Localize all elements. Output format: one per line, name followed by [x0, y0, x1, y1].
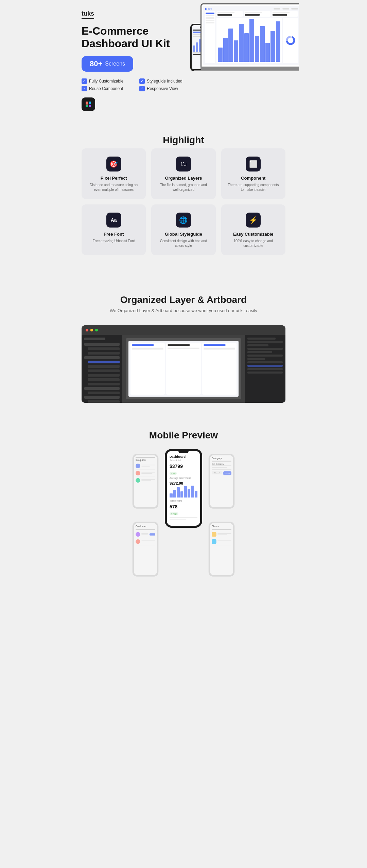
panel-item — [247, 361, 283, 363]
discard-button[interactable]: Discard — [212, 471, 222, 474]
svg-point-3 — [89, 105, 91, 107]
panel-item — [247, 365, 283, 367]
avg-order-label: Average order value — [170, 477, 197, 479]
feature-item: ✓ Responsive View — [139, 86, 190, 91]
feature-label: Responsive View — [147, 86, 178, 91]
free-font-icon: Aa — [106, 213, 121, 228]
side-row — [136, 531, 155, 538]
layer-sidebar-item — [84, 338, 105, 340]
hero-section: tuks E-Commerce Dashboard UI Kit 80+ Scr… — [68, 0, 299, 118]
layer-title: Organized Layer & Artboard — [82, 294, 285, 305]
highlight-card-desc: Consistent design with text and colors s… — [157, 239, 210, 248]
action-btn[interactable] — [150, 533, 155, 536]
highlight-title: Highlight — [82, 135, 285, 146]
divider — [170, 519, 186, 520]
category-title: Category — [212, 457, 231, 459]
check-icon: ✓ — [82, 78, 87, 84]
side-row — [136, 477, 155, 484]
badge-label: Screens — [105, 61, 125, 67]
layer-sidebar-item — [84, 387, 120, 390]
mobile-phones-row: Coupons — [75, 449, 292, 581]
feature-label: Reuse Component — [89, 86, 123, 91]
side-text — [141, 465, 155, 467]
sales-total-value: $3799 — [170, 464, 197, 469]
highlight-card-desc: Distance and measure using an even multi… — [87, 183, 140, 192]
layer-subtitle: We Organized Layer & Artboard because we… — [82, 308, 285, 313]
highlight-card-easy-customizable: ⚡ Easy Customizable 100% easy to change … — [221, 204, 285, 255]
feature-label: Styleguide Included — [147, 79, 182, 84]
action-buttons: Discard Save — [212, 471, 231, 475]
window-header — [82, 325, 285, 335]
highlight-card-name: Component — [241, 176, 265, 181]
total-orders-label: Total orders — [170, 500, 197, 502]
layer-sidebar-item — [88, 374, 120, 377]
panel-item — [247, 344, 268, 346]
check-icon: ✓ — [139, 78, 145, 84]
orders-badge: ↑ 7 apr — [170, 512, 178, 515]
layer-sidebar-item — [84, 356, 120, 359]
figma-icon — [82, 97, 95, 111]
highlights-row1: 🎯 Pixel Perfect Distance and measure usi… — [82, 148, 285, 199]
divider — [170, 517, 197, 518]
avatar-icon — [136, 471, 140, 475]
panel-item — [247, 368, 283, 370]
window-maximize-dot — [95, 329, 98, 331]
mobile-title: Mobile Preview — [75, 430, 292, 441]
mobile-preview-section: Mobile Preview Coupons — [68, 413, 299, 595]
customer-title: Customer — [136, 525, 155, 527]
highlight-card-desc: Free amazing Urbanist Font — [93, 239, 135, 243]
canvas-widget — [202, 343, 237, 395]
avatar-icon — [136, 478, 140, 483]
layer-screenshot — [82, 325, 285, 403]
avg-order-value: $272.98 — [170, 481, 197, 485]
pixel-perfect-icon: 🎯 — [106, 157, 121, 171]
highlight-card-desc: The file is named, grouped and well orga… — [157, 183, 210, 192]
easy-customizable-icon: ⚡ — [246, 213, 261, 228]
sales-total-label: Sales total — [170, 459, 197, 462]
layer-sidebar-item — [88, 352, 120, 355]
avatar-icon — [136, 532, 140, 537]
bar-chart — [170, 486, 197, 498]
left-phones: Coupons — [130, 449, 161, 581]
edit-category-label: Edit Category — [212, 463, 231, 465]
layer-section: Organized Layer & Artboard We Organized … — [68, 277, 299, 413]
dashboard-title: Dashboard — [170, 455, 197, 458]
feature-item: ✓ Styleguide Included — [139, 78, 190, 84]
avatar-icon — [212, 532, 216, 537]
highlight-card-desc: There are supporting components to make … — [227, 183, 280, 192]
highlight-card-organized-layers: 🗂 Organized Layers The file is named, gr… — [151, 148, 215, 199]
layer-sidebar-item — [84, 343, 120, 346]
right-phones: Category Edit Category Discard Save — [206, 449, 237, 581]
layer-body — [82, 335, 285, 403]
side-text — [217, 533, 231, 536]
layer-sidebar-item — [88, 369, 120, 372]
category-phone: Category Edit Category Discard Save — [209, 454, 235, 509]
panel-item — [247, 358, 265, 360]
canvas-widget — [130, 343, 165, 395]
component-icon: ⬜ — [246, 157, 261, 171]
side-text — [141, 533, 148, 536]
highlight-card-component: ⬜ Component There are supporting compone… — [221, 148, 285, 199]
highlight-card-name: Easy Customizable — [233, 232, 274, 237]
hero-features: ✓ Fully Customizable ✓ Styleguide Includ… — [82, 78, 190, 91]
layer-sidebar-item — [88, 392, 120, 394]
highlight-section: Highlight 🎯 Pixel Perfect Distance and m… — [68, 118, 299, 277]
side-row — [136, 538, 155, 545]
laptop-frame: tuks — [200, 3, 299, 70]
layer-main-canvas — [122, 335, 245, 403]
highlight-card-free-font: Aa Free Font Free amazing Urbanist Font — [82, 204, 146, 255]
hero-title: E-Commerce Dashboard UI Kit — [82, 25, 170, 50]
layer-sidebar-item — [88, 347, 120, 350]
hero-badge: 80+ Screens — [82, 56, 133, 72]
panel-item — [247, 351, 272, 353]
panel-item — [247, 341, 283, 343]
side-row — [212, 538, 231, 545]
logo: tuks — [82, 10, 94, 19]
side-text — [217, 540, 231, 543]
check-icon: ✓ — [82, 86, 87, 91]
feature-label: Fully Customizable — [89, 79, 123, 84]
phone-content: Dashboard Sales total $3799 ↑ 3% Average… — [167, 453, 200, 523]
side-text — [141, 479, 155, 482]
layer-sidebar — [82, 335, 122, 403]
save-button[interactable]: Save — [223, 471, 231, 475]
